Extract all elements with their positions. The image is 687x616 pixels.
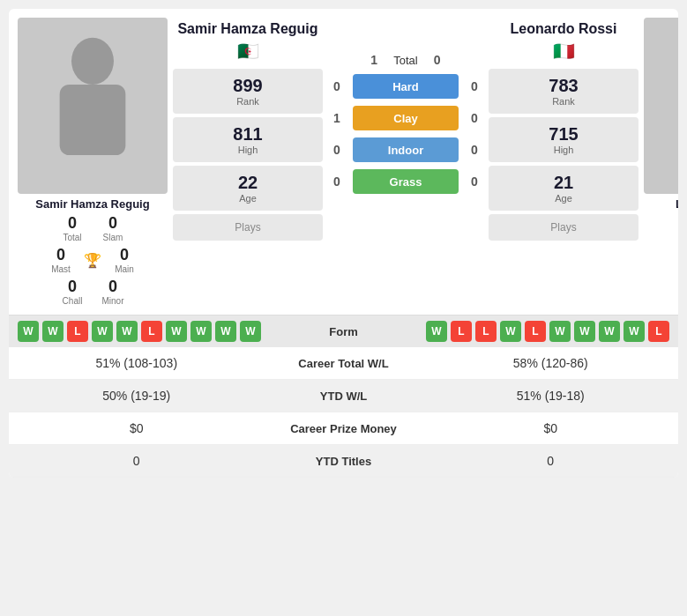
total-score-left: 1 bbox=[365, 53, 383, 67]
player1-ytd-wl: 50% (19-19) bbox=[18, 389, 256, 403]
clay-score-left: 1 bbox=[328, 111, 346, 125]
clay-surface-btn[interactable]: Clay bbox=[353, 106, 459, 130]
player2-high-value: 715 bbox=[496, 124, 631, 145]
player1-form-badge: W bbox=[116, 321, 138, 342]
player2-age-value: 21 bbox=[496, 173, 631, 193]
grass-score-left: 0 bbox=[328, 174, 346, 189]
player2-rank-label: Rank bbox=[496, 96, 631, 107]
player2-panel: Leonardo Rossi 1 Total 0 Slam 0 Mast 🏆 bbox=[644, 18, 678, 306]
form-label: Form bbox=[291, 325, 397, 338]
career-wl-row: 51% (108-103) Career Total W/L 58% (120-… bbox=[9, 347, 678, 380]
grass-label: Grass bbox=[390, 175, 422, 189]
player2-form-badge: W bbox=[574, 321, 595, 342]
player2-ytd-titles: 0 bbox=[432, 454, 670, 468]
grass-surface-btn[interactable]: Grass bbox=[353, 169, 459, 194]
player1-main-value: 0 bbox=[107, 246, 142, 264]
player2-rank-box: 783 Rank bbox=[489, 69, 638, 114]
player2-photo bbox=[644, 18, 678, 194]
player1-name: Samir Hamza Reguig bbox=[35, 197, 149, 211]
player1-photo bbox=[18, 18, 168, 194]
player1-silhouette bbox=[18, 18, 168, 194]
player2-form-badge: W bbox=[500, 321, 521, 342]
player1-plays-label: Plays bbox=[180, 221, 316, 234]
player2-plays-label: Plays bbox=[496, 221, 631, 234]
total-row: 1 Total 0 bbox=[365, 53, 445, 67]
player2-heading-name: Leonardo Rossi bbox=[489, 21, 638, 37]
player1-info-panel: Samir Hamza Reguig 🇩🇿 899 Rank 811 High … bbox=[173, 18, 323, 306]
player2-form-badge: L bbox=[525, 321, 546, 342]
player1-flag: 🇩🇿 bbox=[173, 41, 323, 62]
indoor-score-left: 0 bbox=[328, 143, 346, 157]
hard-surface-btn[interactable]: Hard bbox=[353, 74, 459, 99]
player1-rank-box: 899 Rank bbox=[173, 69, 323, 114]
prize-label: Career Prize Money bbox=[256, 422, 432, 435]
player2-age-label: Age bbox=[496, 193, 631, 204]
clay-score-right: 0 bbox=[466, 111, 483, 125]
player1-high-label: High bbox=[180, 145, 316, 155]
player1-age-value: 22 bbox=[180, 173, 316, 193]
player1-panel: Samir Hamza Reguig 0 Total 0 Slam 0 Mast… bbox=[18, 18, 168, 306]
player2-mast-value: 0 bbox=[669, 246, 678, 264]
player1-high-box: 811 High bbox=[173, 117, 323, 162]
player1-stats-row2: 0 Mast 🏆 0 Main bbox=[43, 246, 142, 274]
player1-form-badge: W bbox=[166, 321, 187, 342]
player1-mast-value: 0 bbox=[43, 246, 78, 264]
player1-age-box: 22 Age bbox=[173, 166, 323, 211]
player2-name: Leonardo Rossi bbox=[676, 197, 678, 211]
hard-label: Hard bbox=[392, 80, 419, 93]
player1-heading-name: Samir Hamza Reguig bbox=[173, 21, 323, 37]
player1-form-badges: WWLWWLWWWW bbox=[18, 321, 291, 342]
player2-form-badge: W bbox=[624, 321, 645, 342]
player1-slam-cell: 0 Slam bbox=[95, 214, 131, 242]
player2-info-panel: Leonardo Rossi 🇮🇹 783 Rank 715 High 21 A… bbox=[489, 18, 638, 306]
player2-form-badge: W bbox=[549, 321, 571, 342]
indoor-surface-btn[interactable]: Indoor bbox=[353, 137, 459, 162]
indoor-label: Indoor bbox=[388, 144, 423, 157]
player1-career-wl: 51% (108-103) bbox=[18, 356, 256, 370]
player2-prize: $0 bbox=[432, 421, 670, 435]
player1-ytd-titles: 0 bbox=[18, 454, 256, 468]
ytd-wl-label: YTD W/L bbox=[256, 390, 432, 403]
player1-high-value: 811 bbox=[180, 124, 316, 145]
player1-main-cell: 0 Main bbox=[107, 246, 142, 274]
player1-form-badge: W bbox=[190, 321, 212, 342]
player1-minor-label: Minor bbox=[95, 296, 131, 306]
player1-chall-label: Chall bbox=[55, 296, 90, 306]
player2-form-badge: L bbox=[451, 321, 472, 342]
player2-form-badges: WLLWLWWWWL bbox=[397, 321, 670, 342]
player2-form-badge: W bbox=[426, 321, 447, 342]
player1-form-badge: W bbox=[92, 321, 113, 342]
player1-form-badge: W bbox=[215, 321, 236, 342]
player2-high-box: 715 High bbox=[489, 117, 638, 162]
player1-form-badge: L bbox=[67, 321, 88, 342]
hard-score-right: 0 bbox=[466, 79, 483, 93]
player1-plays-box: Plays bbox=[173, 214, 323, 241]
player1-slam-value: 0 bbox=[95, 214, 131, 233]
player2-plays-box: Plays bbox=[489, 214, 638, 241]
player1-form-badge: L bbox=[141, 321, 162, 342]
grass-row: 0 Grass 0 bbox=[328, 169, 483, 194]
player1-form-badge: W bbox=[240, 321, 261, 342]
player1-age-label: Age bbox=[180, 193, 316, 204]
ytd-titles-label: YTD Titles bbox=[256, 455, 432, 468]
player2-career-wl: 58% (120-86) bbox=[432, 356, 670, 370]
grass-score-right: 0 bbox=[466, 174, 483, 189]
ytd-titles-row: 0 YTD Titles 0 bbox=[9, 445, 678, 478]
player1-total-cell: 0 Total bbox=[55, 214, 90, 242]
clay-row: 1 Clay 0 bbox=[328, 106, 483, 130]
hard-score-left: 0 bbox=[328, 79, 346, 93]
player2-mast-cell: 0 Mast bbox=[669, 246, 678, 274]
player1-rank-value: 899 bbox=[180, 76, 316, 96]
player2-form-badge: L bbox=[475, 321, 497, 342]
career-wl-label: Career Total W/L bbox=[256, 357, 432, 370]
player1-total-label: Total bbox=[55, 233, 90, 242]
form-row: WWLWWLWWWW Form WLLWLWWWWL bbox=[18, 321, 669, 342]
player2-name-block: Leonardo Rossi 🇮🇹 bbox=[489, 18, 638, 65]
player1-minor-value: 0 bbox=[95, 278, 131, 296]
player1-mast-cell: 0 Mast bbox=[43, 246, 78, 274]
player1-stats-row1: 0 Total 0 Slam bbox=[55, 214, 131, 242]
player1-main-label: Main bbox=[107, 264, 142, 274]
player1-total-value: 0 bbox=[55, 214, 90, 233]
player1-form-badge: W bbox=[42, 321, 63, 342]
player1-minor-cell: 0 Minor bbox=[95, 278, 131, 306]
